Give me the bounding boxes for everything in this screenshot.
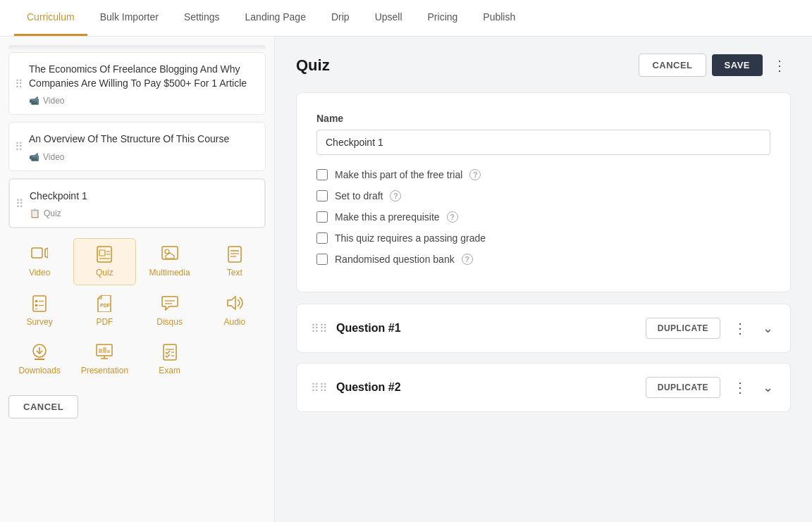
nav-item-bulk-importer[interactable]: Bulk Importer [87, 0, 171, 36]
presentation-label: Presentation [81, 366, 128, 375]
checkbox-prerequisite[interactable] [316, 211, 328, 223]
checkbox-free-trial[interactable] [316, 169, 328, 180]
duplicate-button-q2[interactable]: DUPLICATE [646, 377, 720, 398]
multimedia-icon [161, 246, 178, 264]
pdf-icon: PDF [97, 295, 111, 313]
survey-label: Survey [26, 317, 52, 327]
main-layout: ⠿The Economics Of Freelance Blogging And… [0, 37, 812, 522]
add-presentation-button[interactable]: Presentation [73, 337, 135, 383]
save-button[interactable]: SAVE [712, 54, 763, 76]
add-text-button[interactable]: Text [204, 238, 266, 285]
item-title: The Economics Of Freelance Blogging And … [29, 63, 255, 90]
quiz-form-card: Name Make this part of the free trial?Se… [296, 92, 791, 292]
checkbox-row-free-trial: Make this part of the free trial? [316, 169, 770, 180]
checkbox-row-passing-grade: This quiz requires a passing grade [316, 232, 770, 244]
add-audio-button[interactable]: Audio [204, 288, 266, 334]
cancel-button-left[interactable]: CANCEL [8, 395, 78, 418]
quiz-header: Quiz CANCEL SAVE ⋮ [296, 54, 791, 77]
help-icon[interactable]: ? [390, 190, 401, 201]
nav-item-pricing[interactable]: Pricing [415, 0, 471, 36]
quiz-label: Quiz [96, 268, 113, 278]
help-icon[interactable]: ? [469, 169, 481, 180]
cancel-button-right[interactable]: CANCEL [639, 54, 706, 77]
checkboxes-container: Make this part of the free trial?Set to … [316, 169, 770, 265]
more-options-button[interactable]: ⋮ [768, 54, 791, 77]
text-icon [228, 246, 242, 264]
checkbox-passing-grade[interactable] [316, 232, 328, 244]
svg-rect-32 [107, 350, 110, 353]
svg-rect-10 [228, 247, 241, 262]
audio-label: Audio [224, 317, 246, 327]
left-panel: ⠿The Economics Of Freelance Blogging And… [0, 37, 275, 522]
question-card-q2: ⠿⠿Question #2DUPLICATE⋮⌄ [296, 363, 791, 412]
item-type-label: Video [43, 152, 64, 162]
checkbox-label-draft: Set to draft [335, 190, 383, 201]
checkbox-random-bank[interactable] [316, 254, 328, 265]
name-input[interactable] [316, 130, 770, 155]
add-video-button[interactable]: Video [8, 238, 70, 285]
nav-item-upsell[interactable]: Upsell [362, 0, 415, 36]
help-icon[interactable]: ? [447, 211, 458, 223]
svg-rect-14 [33, 296, 46, 311]
item-type: 📹Video [29, 96, 255, 106]
add-quiz-button[interactable]: Quiz [73, 238, 135, 285]
nav-item-settings[interactable]: Settings [171, 0, 233, 36]
question-drag-icon: ⠿⠿ [311, 381, 328, 394]
question-drag-icon: ⠿⠿ [311, 322, 328, 335]
question-card-q1: ⠿⠿Question #1DUPLICATE⋮⌄ [296, 304, 791, 353]
question-expand-button-q2[interactable]: ⌄ [760, 377, 776, 398]
question-more-button-q2[interactable]: ⋮ [729, 376, 751, 399]
top-nav: CurriculumBulk ImporterSettingsLanding P… [0, 0, 812, 37]
checkbox-row-draft: Set to draft? [316, 190, 770, 201]
item-title: Checkpoint 1 [30, 189, 254, 204]
nav-item-drip[interactable]: Drip [319, 0, 362, 36]
downloads-icon [32, 344, 47, 362]
curriculum-item-item-2[interactable]: ⠿An Overview Of The Structure Of This Co… [8, 122, 266, 171]
question-expand-button-q1[interactable]: ⌄ [760, 318, 776, 339]
svg-rect-33 [164, 344, 176, 360]
right-panel: Quiz CANCEL SAVE ⋮ Name Make this part o… [275, 37, 812, 522]
duplicate-button-q1[interactable]: DUPLICATE [646, 318, 720, 339]
svg-rect-30 [99, 349, 102, 353]
add-downloads-button[interactable]: Downloads [8, 337, 70, 383]
svg-point-8 [165, 249, 169, 254]
video-label: Video [29, 268, 50, 278]
help-icon[interactable]: ? [462, 254, 473, 265]
question-more-button-q1[interactable]: ⋮ [729, 317, 751, 340]
item-type: 📹Video [29, 152, 255, 162]
add-content-grid: VideoQuizMultimediaTextSurveyPDFPDFDisqu… [8, 238, 266, 383]
svg-marker-1 [45, 248, 48, 258]
curriculum-item-item-3[interactable]: ⠿Checkpoint 1📋Quiz [8, 178, 266, 229]
curriculum-item-item-1[interactable]: ⠿The Economics Of Freelance Blogging And… [8, 52, 266, 115]
item-type: 📋Quiz [30, 209, 254, 218]
nav-item-curriculum[interactable]: Curriculum [14, 0, 87, 36]
nav-item-landing-page[interactable]: Landing Page [233, 0, 319, 36]
svg-rect-16 [35, 304, 37, 306]
nav-item-publish[interactable]: Publish [470, 0, 528, 36]
item-title: An Overview Of The Structure Of This Cou… [29, 132, 255, 147]
video-icon [31, 246, 48, 264]
checkbox-draft[interactable] [316, 190, 328, 201]
quiz-icon [97, 246, 112, 264]
question-title-q1: Question #1 [336, 322, 637, 335]
add-multimedia-button[interactable]: Multimedia [139, 238, 201, 285]
svg-rect-15 [35, 300, 37, 302]
disqus-label: Disqus [156, 317, 183, 327]
add-survey-button[interactable]: Survey [8, 288, 70, 334]
video-icon: 📹 [29, 96, 39, 106]
checkbox-label-free-trial: Make this part of the free trial [335, 169, 462, 180]
checkbox-row-random-bank: Randomised question bank? [316, 254, 770, 265]
audio-icon [226, 295, 243, 313]
add-exam-button[interactable]: Exam [139, 337, 201, 383]
svg-text:PDF: PDF [100, 303, 111, 308]
survey-icon [32, 295, 47, 313]
quiz-icon: 📋 [30, 209, 40, 218]
drag-handle-icon: ⠿ [15, 139, 23, 153]
add-disqus-button[interactable]: Disqus [139, 288, 201, 334]
add-pdf-button[interactable]: PDFPDF [73, 288, 135, 334]
exam-label: Exam [159, 366, 180, 375]
checkbox-label-random-bank: Randomised question bank [335, 254, 455, 265]
svg-rect-0 [32, 248, 42, 258]
video-icon: 📹 [29, 152, 39, 162]
svg-marker-23 [228, 297, 235, 309]
